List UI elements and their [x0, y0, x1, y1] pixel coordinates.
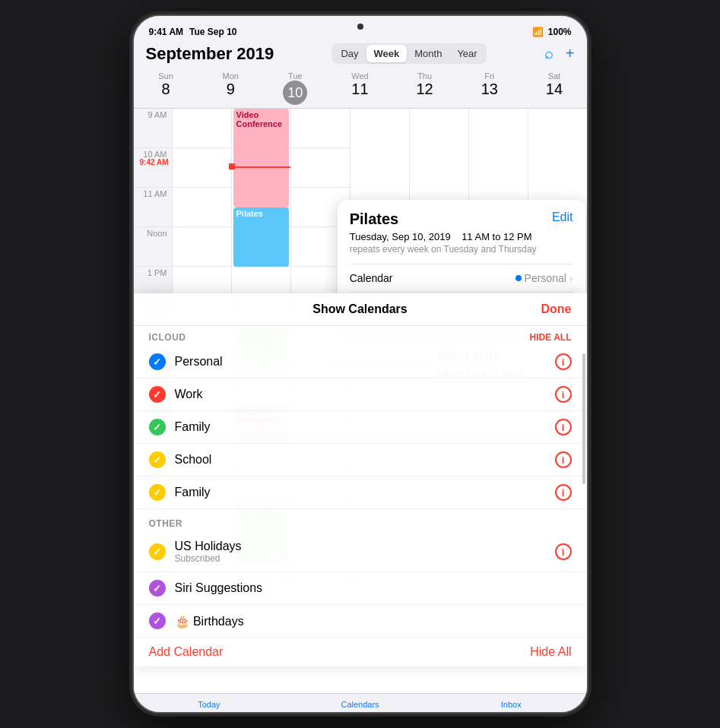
calendar-name-us-holidays: US Holidays	[175, 540, 555, 553]
add-event-icon[interactable]: +	[566, 45, 575, 62]
header-actions: ⌕ +	[544, 45, 575, 62]
days-row: Sun 8 Mon 9 Tue 10 Wed 11 Thu 12 Fri 13	[134, 68, 587, 109]
calendar-name-school: School	[175, 453, 555, 467]
calendar-name-family2: Family	[175, 486, 555, 499]
edit-button[interactable]: Edit	[552, 210, 573, 224]
calendar-item-us-holidays[interactable]: ✓ US Holidays Subscribed i	[134, 532, 587, 572]
camera	[357, 24, 363, 30]
check-us-holidays: ✓	[149, 543, 166, 560]
status-time: 9:41 AM	[149, 27, 184, 37]
event-pilates[interactable]: Pilates	[233, 207, 289, 267]
done-button[interactable]: Done	[541, 302, 571, 316]
sun-slot-3[interactable]	[173, 188, 231, 227]
view-month[interactable]: Month	[407, 45, 449, 62]
view-week[interactable]: Week	[366, 45, 408, 62]
check-school: ✓	[149, 451, 166, 468]
info-work[interactable]: i	[555, 386, 572, 403]
view-year[interactable]: Year	[449, 45, 484, 62]
check-work: ✓	[149, 386, 166, 403]
event-detail-date: Tuesday, Sep 10, 2019 11 AM to 12 PM	[350, 231, 573, 242]
calendar-name-family1: Family	[175, 420, 555, 434]
check-siri: ✓	[149, 580, 166, 597]
event-video-conference[interactable]: Video Conference	[233, 109, 289, 207]
day-header-fri[interactable]: Fri 13	[457, 68, 522, 108]
calendar-name-work: Work	[175, 388, 555, 401]
tue-slot-2[interactable]	[291, 148, 350, 188]
calendar-item-birthdays[interactable]: ✓ 🎂 Birthdays	[134, 605, 587, 638]
check-family1: ✓	[149, 419, 166, 435]
event-detail-repeat: repeats every week on Tuesday and Thursd…	[350, 244, 573, 255]
calendar-name-personal: Personal	[175, 355, 555, 369]
calendar-item-school[interactable]: ✓ School i	[134, 444, 587, 476]
calendars-footer: Add Calendar Hide All	[134, 638, 587, 666]
day-header-thu[interactable]: Thu 12	[392, 68, 457, 108]
tab-bar: Today Calendars Inbox	[134, 693, 587, 712]
add-calendar-button[interactable]: Add Calendar	[149, 645, 224, 659]
calendar-name-birthdays: 🎂 Birthdays	[175, 614, 572, 628]
calendar-item-personal[interactable]: ✓ Personal i	[134, 346, 587, 378]
calendars-overlay: Show Calendars Done ICLOUD HIDE ALL ✓ Pe…	[134, 293, 587, 666]
calendar-color-dot	[515, 275, 522, 281]
search-icon[interactable]: ⌕	[544, 45, 553, 62]
day-header-mon[interactable]: Mon 9	[198, 68, 263, 108]
calendar-row[interactable]: Calendar Personal ›	[350, 264, 573, 292]
check-family2: ✓	[149, 484, 166, 501]
ipad-frame: 9:41 AM Tue Sep 10 📶 100% September 2019…	[132, 14, 588, 714]
time-10am: 10 AM	[134, 148, 172, 188]
calendar-item-work[interactable]: ✓ Work i	[134, 378, 587, 411]
hide-all-footer-button[interactable]: Hide All	[530, 645, 571, 659]
info-family1[interactable]: i	[555, 419, 572, 435]
wifi-icon: 📶	[532, 27, 544, 37]
sun-slot-4[interactable]	[173, 227, 231, 267]
day-header-sat[interactable]: Sat 14	[522, 68, 586, 108]
time-9am: 9 AM	[134, 109, 172, 148]
tab-calendars[interactable]: Calendars	[284, 700, 436, 709]
day-header-tue[interactable]: Tue 10	[263, 68, 328, 108]
tab-today[interactable]: Today	[134, 700, 285, 709]
view-switcher: Day Week Month Year	[331, 43, 486, 64]
day-header-sun[interactable]: Sun 8	[134, 68, 198, 108]
time-11am: 11 AM	[134, 188, 172, 227]
info-us-holidays[interactable]: i	[555, 543, 572, 560]
check-personal: ✓	[149, 353, 166, 370]
icloud-section-header: ICLOUD HIDE ALL	[134, 326, 587, 346]
hide-all-button[interactable]: HIDE ALL	[530, 332, 572, 343]
info-family2[interactable]: i	[555, 484, 572, 501]
time-noon: Noon	[134, 227, 172, 267]
battery-icon: 100%	[548, 27, 572, 37]
calendar-item-siri[interactable]: ✓ Siri Suggestions	[134, 572, 587, 605]
tab-inbox[interactable]: Inbox	[436, 700, 587, 709]
month-title: September 2019	[146, 44, 274, 64]
calendar-sub-us-holidays: Subscribed	[175, 553, 555, 564]
calendar-item-family1[interactable]: ✓ Family i	[134, 411, 587, 444]
view-day[interactable]: Day	[333, 45, 366, 62]
icloud-label: ICLOUD	[149, 332, 186, 343]
event-detail-title: Pilates	[350, 210, 573, 228]
sun-slot-1[interactable]	[173, 109, 231, 148]
calendar-item-family2[interactable]: ✓ Family i	[134, 476, 587, 509]
other-label: OTHER	[149, 518, 183, 529]
check-birthdays: ✓	[149, 612, 166, 629]
calendars-panel-header: Show Calendars Done	[134, 293, 587, 326]
other-section-header: OTHER	[134, 512, 587, 532]
scrollbar	[582, 353, 585, 484]
calendars-panel-title: Show Calendars	[290, 302, 430, 316]
current-time-label: 9:42 AM	[140, 158, 169, 166]
icloud-items: ✓ Personal i ✓ Work i ✓ Family i	[134, 346, 587, 509]
calendar-name-siri: Siri Suggestions	[175, 581, 572, 595]
calendar-header: September 2019 Day Week Month Year ⌕ +	[134, 40, 587, 68]
info-personal[interactable]: i	[555, 353, 572, 370]
day-header-wed[interactable]: Wed 11	[328, 68, 392, 108]
sun-slot-2[interactable]	[173, 148, 231, 188]
status-date: Tue Sep 10	[189, 27, 236, 37]
tue-slot-1[interactable]	[291, 109, 350, 148]
info-school[interactable]: i	[555, 451, 572, 468]
